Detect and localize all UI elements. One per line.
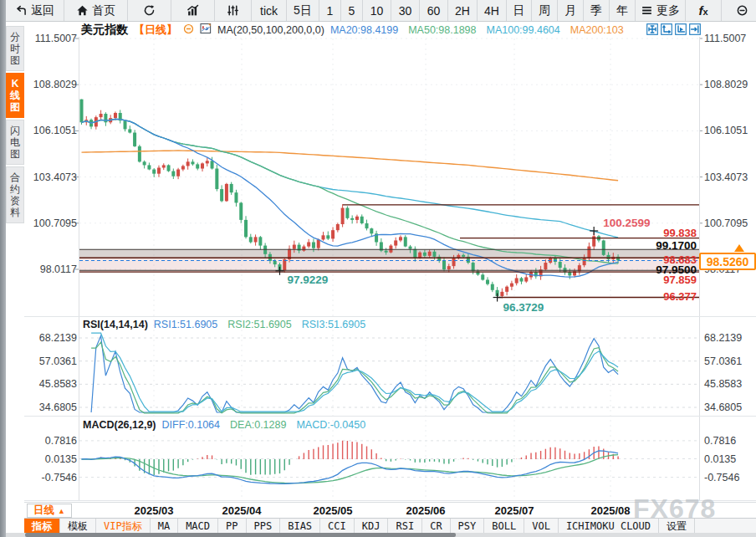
macd-axis-label-left: 0.0135 bbox=[23, 453, 77, 465]
month-label: 2025/06 bbox=[406, 504, 446, 517]
rsi-axis-label-left: 34.6805 bbox=[23, 401, 77, 413]
rsi-axis-label-right: 57.0361 bbox=[704, 355, 742, 367]
indicator-pps[interactable]: PPS bbox=[247, 519, 281, 534]
indicator-ma[interactable]: MA bbox=[151, 519, 178, 534]
toolbar-button-1[interactable]: 1 bbox=[319, 0, 341, 21]
indicator-kdj[interactable]: KDJ bbox=[355, 519, 389, 534]
macd-title: MACD(26,12,9) bbox=[83, 419, 156, 431]
toolbar-button-month[interactable]: 月 bbox=[558, 0, 584, 21]
price-axis-label-left: 108.8029 bbox=[23, 79, 77, 90]
month-label: 2025/05 bbox=[314, 504, 353, 517]
ma-value-1: MA50:98.1898 bbox=[408, 24, 476, 36]
indicator-boll[interactable]: BOLL bbox=[484, 519, 524, 534]
go-to-latest-icon[interactable] bbox=[689, 23, 701, 38]
toolbar-label-4h: 4H bbox=[484, 4, 499, 18]
indicator-vip-indicators[interactable]: VIP指标 bbox=[96, 519, 151, 534]
toolbar-button-60[interactable]: 60 bbox=[420, 0, 448, 21]
sidebar-tab-kline[interactable]: K线图 bbox=[6, 73, 24, 118]
toolbar-button-4h[interactable]: 4H bbox=[478, 0, 507, 21]
ma-settings-label: MA(20,50,100,200,0,0) bbox=[217, 24, 324, 36]
toolbar-button-bar-chart[interactable] bbox=[171, 0, 215, 21]
price-axis-label-right: 106.1051 bbox=[704, 125, 748, 136]
refresh-icon bbox=[143, 4, 156, 17]
price-axis-label-right: 108.8029 bbox=[704, 79, 748, 90]
sidebar-edge-strip bbox=[0, 0, 6, 537]
toolbar-button-2h[interactable]: 2H bbox=[448, 0, 478, 21]
toolbar-button-week[interactable]: 周 bbox=[532, 0, 558, 21]
toolbar-button-sliders[interactable] bbox=[215, 0, 252, 21]
toolbar-button-year[interactable]: 年 bbox=[610, 0, 636, 21]
toolbar-button-home[interactable]: 首页 bbox=[64, 0, 128, 21]
axis-row-separator bbox=[24, 500, 756, 501]
main-chart-header: 美元指数 【日线】 MA(20,50,100,200,0,0) MA20:98.… bbox=[81, 23, 624, 38]
indicator-pp[interactable]: PP bbox=[218, 519, 246, 534]
ma-value-0: MA20:98.4199 bbox=[330, 24, 398, 36]
bottom-scrollbar-thumb[interactable] bbox=[25, 533, 456, 537]
indicator-cci[interactable]: CCI bbox=[320, 519, 355, 534]
sidebar-tab-contract-info[interactable]: 合约资料 bbox=[6, 166, 24, 223]
indicator-bias[interactable]: BIAS bbox=[280, 519, 320, 534]
month-label: 2025/07 bbox=[495, 504, 534, 517]
toolbar-button-more[interactable]: 更多 bbox=[636, 0, 686, 21]
mini-chart-icon[interactable] bbox=[200, 23, 212, 38]
toolbar-button-refresh[interactable] bbox=[128, 0, 171, 21]
time-axis: 2025/032025/042025/052025/062025/072025/… bbox=[24, 502, 756, 519]
sidebar-tab-lightning[interactable]: 闪电图 bbox=[6, 120, 24, 165]
price-axis-label-left: 111.5007 bbox=[23, 33, 77, 44]
indicator-indicators[interactable]: 指标 bbox=[24, 519, 60, 534]
home-icon bbox=[76, 4, 89, 17]
toolbar-button-day[interactable]: 日 bbox=[507, 0, 532, 21]
indicator-templates[interactable]: 模板 bbox=[60, 519, 96, 534]
month-label: 2025/08 bbox=[591, 504, 631, 517]
indicator-psy[interactable]: PSY bbox=[451, 519, 485, 534]
macd-value-0: DIFF:0.1064 bbox=[162, 419, 220, 431]
indicator-cr[interactable]: CR bbox=[422, 519, 450, 534]
sidebar-tab-time-share[interactable]: 分时图 bbox=[6, 26, 24, 71]
rsi-axis-label-left: 57.0361 bbox=[23, 355, 77, 367]
indicator-rsi[interactable]: RSI bbox=[388, 519, 422, 534]
bottom-scrollbar bbox=[0, 533, 756, 537]
rsi-value-0: RSI1:51.6905 bbox=[154, 319, 217, 330]
triangle-up-icon: ▲ bbox=[58, 507, 65, 515]
toolbar-label-year: 年 bbox=[616, 3, 628, 18]
rsi-axis-label-right: 34.6805 bbox=[704, 401, 742, 413]
indicator-ichimoku-cloud[interactable]: ICHIMOKU CLOUD bbox=[559, 519, 659, 534]
rsi-header: RSI(14,14,14) RSI1:51.6905RSI2:51.6905RS… bbox=[83, 319, 365, 330]
macd-value-2: MACD:-0.0450 bbox=[296, 419, 365, 431]
symbol-name: 美元指数 bbox=[81, 23, 128, 38]
indicator-macd[interactable]: MACD bbox=[178, 519, 218, 534]
toolbar-button-quarter[interactable]: 季 bbox=[584, 0, 610, 21]
price-level-label: 97.859 bbox=[588, 274, 697, 286]
fx-label: fx bbox=[698, 3, 707, 18]
toolbar-label-10: 10 bbox=[370, 4, 384, 18]
toolbar-label-more: 更多 bbox=[656, 3, 680, 18]
rsi-axis-label-left: 45.8583 bbox=[23, 378, 77, 390]
toolbar-label-home: 首页 bbox=[92, 3, 115, 18]
rsi-values: RSI1:51.6905RSI2:51.6905RSI3:51.6905 bbox=[154, 319, 365, 330]
macd-axis-label-right: 0.7816 bbox=[704, 435, 736, 447]
toolbar-button-zoom-out[interactable] bbox=[722, 0, 756, 21]
annotation-label: 96.3729 bbox=[503, 301, 544, 314]
plot-left-border bbox=[79, 37, 79, 500]
month-label: 2025/03 bbox=[135, 504, 174, 517]
indicator-settings[interactable]: 设置 bbox=[659, 519, 695, 534]
collapse-indicator-icon[interactable] bbox=[183, 23, 194, 38]
toolbar-label-5d: 5日 bbox=[294, 3, 312, 18]
indicator-vol[interactable]: VOL bbox=[524, 519, 559, 534]
period-selector[interactable]: 日线 ▲ bbox=[27, 504, 72, 518]
toolbar-button-tick[interactable]: tick bbox=[252, 0, 287, 21]
toolbar-label-back: 返回 bbox=[31, 3, 54, 18]
annotation-label: 97.9229 bbox=[287, 274, 328, 286]
toolbar-button-fx[interactable]: fx bbox=[686, 0, 722, 21]
pan-icon[interactable] bbox=[646, 23, 658, 38]
toolbar-button-5d[interactable]: 5日 bbox=[287, 0, 319, 21]
toolbar-button-5[interactable]: 5 bbox=[341, 0, 363, 21]
macd-axis-label-left: -0.7546 bbox=[23, 472, 77, 483]
toolbar-button-30[interactable]: 30 bbox=[391, 0, 420, 21]
toolbar-button-10[interactable]: 10 bbox=[363, 0, 391, 21]
zoom-out-icon bbox=[736, 4, 748, 17]
toolbar-button-back[interactable]: 返回 bbox=[6, 0, 64, 21]
fit-horizontal-icon[interactable] bbox=[675, 23, 687, 38]
toolbar-label-quarter: 季 bbox=[590, 3, 602, 18]
fit-vertical-icon[interactable] bbox=[661, 23, 672, 38]
